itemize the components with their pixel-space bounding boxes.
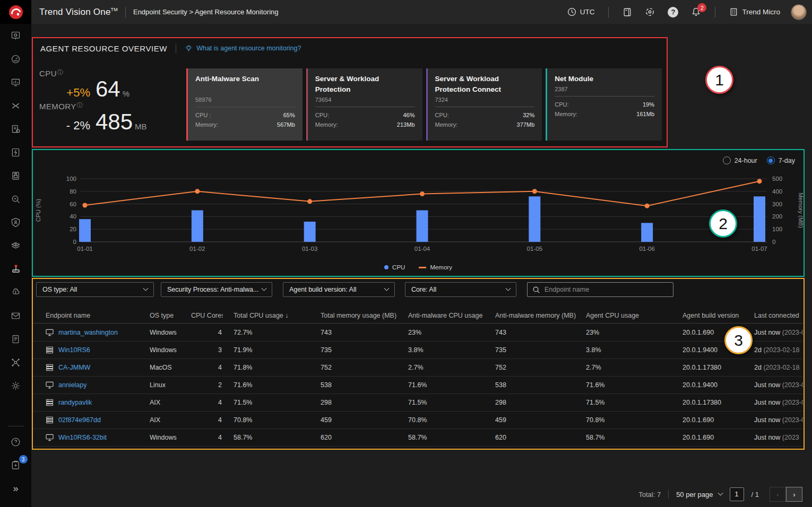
column-header[interactable]: Last connected [754, 312, 803, 319]
last-connected-cell: Just now (2023-0 [754, 399, 803, 406]
svg-text:100: 100 [66, 176, 76, 182]
sidebar-item-identity-shield[interactable] [6, 213, 25, 231]
next-page-button[interactable]: › [786, 487, 802, 502]
help-button[interactable]: ? [661, 0, 685, 24]
current-page-input[interactable]: 1 [730, 487, 744, 501]
what-is-monitoring-link[interactable]: What is agent resource monitoring? [185, 45, 301, 53]
last-connected-cell: 2d (2023-02-18 [754, 364, 803, 371]
total-cpu-cell: 72.7% [223, 329, 321, 336]
column-header[interactable]: Anti-malware CPU usage [408, 312, 495, 319]
sidebar-item-workflow-alert[interactable] [6, 120, 25, 138]
endpoint-link[interactable]: annielapy [58, 381, 87, 389]
am-memory-cell: 459 [495, 416, 586, 424]
column-header[interactable]: Endpoint name [33, 312, 150, 319]
sidebar-item-data-policy[interactable] [6, 167, 25, 185]
sidebar-item-attack-surface[interactable] [6, 73, 25, 91]
column-header-sorted[interactable]: Total CPU usage ↓ [223, 312, 321, 319]
table-row[interactable]: martina_washingtonWindows472.7%74323%743… [33, 324, 803, 342]
time-range-toggle: 24-hour 7-day [723, 156, 795, 164]
endpoint-link[interactable]: Win10RS6-32bit [58, 434, 107, 441]
chevron-down-icon [384, 285, 390, 291]
workflow-alert-icon [10, 124, 21, 135]
process-card-swp[interactable]: Server & Workload Protection 73654 CPU:4… [306, 68, 422, 141]
sidebar-item-operations-dashboard[interactable] [6, 50, 25, 68]
sidebar-item-email-security[interactable] [6, 307, 25, 325]
endpoint-link[interactable]: Win10RS6 [58, 346, 90, 354]
range-24-hour[interactable]: 24-hour [723, 156, 757, 164]
process-card-swp-connect[interactable]: Server & Workload Protection Connect 732… [426, 68, 542, 141]
breadcrumb[interactable]: Endpoint Security > Agent Resource Monit… [133, 8, 279, 16]
endpoint-link[interactable]: randypavlik [58, 399, 92, 406]
search-input[interactable] [545, 286, 661, 293]
sidebar-item-settings[interactable] [6, 377, 25, 395]
user-avatar[interactable] [791, 4, 807, 20]
table-row[interactable]: CA-JMMWMacOS471.8%7522.7%7522.7%20.0.1.1… [33, 359, 803, 377]
table-row[interactable]: 02f874e967ddAIX470.8%45970.8%45970.8%20.… [33, 412, 803, 429]
agent-build-filter[interactable]: Agent build version: All [283, 282, 395, 297]
divider [176, 43, 176, 53]
radio-unselected-icon [723, 156, 731, 164]
sidebar-item-expand[interactable]: » [6, 479, 25, 497]
network-sensor-icon [10, 357, 21, 368]
os-type-cell: Linux [150, 381, 191, 389]
per-page-select[interactable]: 50 per page [676, 491, 722, 499]
book-icon [623, 7, 632, 17]
notification-badge: 2 [697, 3, 706, 12]
table-row[interactable]: Win10RS6-32bitWindows458.7%62058.7%62058… [33, 429, 803, 447]
range-7-day[interactable]: 7-day [767, 156, 795, 164]
column-header[interactable]: OS type [150, 312, 191, 319]
documentation-button[interactable] [616, 0, 638, 24]
os-type-filter[interactable]: OS type: All [36, 282, 154, 297]
card-pid: 2387 [555, 86, 654, 92]
sidebar-item-cloud-shield[interactable] [6, 237, 25, 255]
agent-cpu-cell: 71.5% [586, 399, 683, 406]
timezone-button[interactable]: UTC [561, 0, 601, 24]
sidebar-item-help[interactable] [6, 433, 25, 451]
column-header[interactable]: Agent build version [683, 312, 754, 319]
table-row[interactable]: annielapyLinux271.6%53871.6%53871.6%20.0… [33, 377, 803, 394]
sidebar-item-energy[interactable] [6, 143, 25, 161]
tenant-button[interactable]: Trend Micro [723, 0, 787, 24]
header-divider [125, 7, 126, 18]
card-cpu-label: CPU: [315, 110, 329, 120]
endpoint-link[interactable]: martina_washington [58, 329, 118, 336]
column-header[interactable]: Anti-malware memory (MB) [495, 312, 586, 319]
am-cpu-cell: 23% [408, 329, 495, 336]
integrations-button[interactable] [638, 0, 661, 24]
agent-cpu-cell: 3.8% [586, 346, 683, 354]
previous-page-button[interactable]: ‹ [770, 487, 786, 502]
process-card-anti-malware-scan[interactable]: Anti-Malware Scan 58976 CPU :65% Memory:… [186, 68, 303, 141]
trend-logo[interactable] [0, 0, 31, 24]
column-header[interactable]: Agent CPU usage [586, 312, 683, 319]
endpoint-search[interactable] [527, 282, 673, 297]
sidebar-item-xdr-investigation[interactable] [6, 97, 25, 115]
cpu-memory-chart: 0020100402006030080400100500CPU (%)Memor… [33, 173, 803, 261]
endpoint-link[interactable]: 02f874e967dd [58, 416, 101, 424]
build-version-cell: 20.0.1.690 [683, 416, 754, 424]
core-filter[interactable]: Core: All [405, 282, 516, 297]
card-memory-value: 213Mb [397, 120, 415, 129]
legend-cpu[interactable]: CPU [384, 264, 405, 270]
table-row[interactable]: Win10RS6Windows371.9%7353.8%7353.8%20.0.… [33, 342, 803, 359]
search-icon [532, 286, 540, 294]
notifications-button[interactable]: 2 [685, 0, 707, 24]
column-header[interactable]: Total memory usage (MB) [321, 312, 408, 319]
sidebar-item-onboarding[interactable]: 3 [6, 456, 25, 474]
table-row[interactable]: randypavlikAIX471.5%29871.5%29871.5%20.0… [33, 394, 803, 412]
column-header[interactable]: CPU Cores [191, 312, 223, 319]
sidebar-item-endpoint-security[interactable] [6, 260, 25, 278]
am-memory-cell: 620 [495, 434, 586, 441]
security-process-filter[interactable]: Security Process: Anti-malwa... [161, 282, 272, 297]
last-connected-cell: Just now (2023 [754, 434, 803, 441]
sidebar-item-threat-search[interactable] [6, 190, 25, 208]
sidebar-item-ai-brain[interactable] [6, 283, 25, 301]
process-card-net-module[interactable]: Net Module 2387 CPU:19% Memory:161Mb [546, 68, 662, 141]
legend-memory[interactable]: Memory [419, 264, 452, 270]
sidebar-item-network-sensor[interactable] [6, 353, 25, 371]
am-cpu-cell: 2.7% [408, 364, 495, 371]
endpoint-link[interactable]: CA-JMMW [58, 364, 90, 371]
sidebar-item-workbench[interactable] [6, 27, 25, 45]
sidebar-item-reports[interactable] [6, 330, 25, 348]
svg-text:60: 60 [70, 201, 76, 207]
card-cpu-label: CPU: [435, 110, 449, 120]
